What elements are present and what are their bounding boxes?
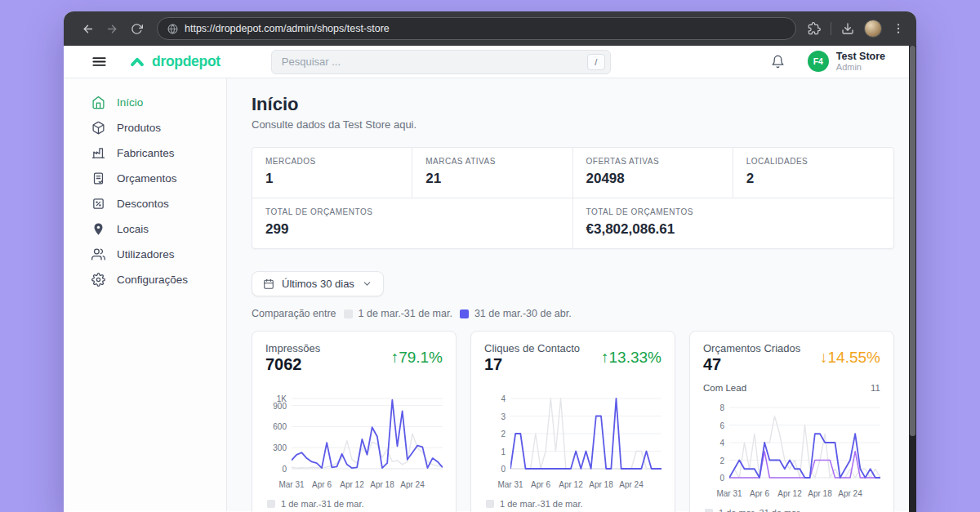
search-shortcut-key: / (587, 54, 605, 70)
legend-item: 1 de mar.-31 de mar. (486, 499, 662, 509)
page-subtitle: Consulte dados da Test Store aqui. (252, 118, 894, 132)
store-avatar: F4 (808, 51, 829, 72)
sidebar-item-configuracoes[interactable]: Configurações (64, 267, 226, 292)
search-input[interactable] (282, 56, 587, 68)
downloads-button[interactable] (841, 22, 854, 35)
global-search: / (271, 50, 611, 74)
url-text: https://dropdepot.com/admin/shops/test-s… (185, 23, 390, 34)
browser-menu-button[interactable] (892, 22, 905, 35)
y-axis: 01234 (484, 395, 506, 474)
main-content: Início Consulte dados da Test Store aqui… (227, 78, 916, 511)
delta-arrow-icon: ↑ (391, 349, 399, 366)
metric-cards: Impressões 7062 ↑79.1% 03006009001K Mar … (252, 331, 894, 512)
globe-icon (167, 24, 178, 34)
metric-label: Cliques de Contacto (484, 342, 580, 354)
factory-icon (91, 146, 105, 160)
x-axis: Mar 31Apr 6Apr 12Apr 18Apr 24 (292, 480, 443, 492)
sidebar-item-orcamentos[interactable]: Orçamentos (64, 166, 226, 191)
stat-total-orcamentos: TOTAL DE ORÇAMENTOS 299 (252, 198, 573, 248)
stat-total-orcamentos-valor: TOTAL DE ORÇAMENTOS €3,802,086.61 (573, 198, 894, 248)
metric-label: Orçamentos Criados (703, 342, 800, 354)
home-icon (91, 96, 105, 109)
delta-arrow-icon: ↓ (820, 349, 828, 366)
chart-plot (729, 404, 880, 483)
page-title: Início (252, 93, 894, 116)
chart-plot (510, 395, 662, 474)
legend-item: 1 de mar.-31 de mar. (267, 499, 443, 509)
metric-value: 47 (703, 355, 800, 374)
calendar-icon (263, 278, 274, 290)
chevron-down-icon (362, 278, 372, 289)
page-content: dropdepot / F4 Test Store Admin (64, 46, 916, 512)
reload-button[interactable] (126, 18, 147, 39)
y-axis: 03006009001K (265, 395, 287, 474)
browser-profile-avatar[interactable] (864, 20, 882, 38)
comparison-period-b: 31 de mar.-30 de abr. (460, 308, 572, 319)
sidebar-item-locais[interactable]: Locais (64, 216, 226, 242)
x-axis: Mar 31Apr 6Apr 12Apr 18Apr 24 (729, 489, 880, 501)
sidebar-item-descontos[interactable]: Descontos (64, 191, 226, 216)
document-check-icon (91, 171, 105, 185)
browser-toolbar: https://dropdepot.com/admin/shops/test-s… (64, 11, 916, 46)
y-axis: 02468 (703, 404, 724, 483)
impressoes-line-chart: 03006009001K Mar 31Apr 6Apr 12Apr 18Apr … (265, 395, 443, 512)
more-vertical-icon (892, 22, 905, 35)
package-icon (91, 121, 105, 135)
brand-logo[interactable]: dropdepot (128, 53, 220, 70)
delta-arrow-icon: ↑ (601, 349, 609, 366)
date-range-selector[interactable]: Últimos 30 dias (252, 271, 384, 296)
toolbar-divider (831, 22, 831, 35)
bell-icon (771, 55, 785, 69)
reload-icon (131, 23, 143, 35)
stat-ofertas-ativas: OFERTAS ATIVAS 20498 (573, 148, 733, 198)
comparison-legend: Comparação entre 1 de mar.-31 de mar. 31… (252, 308, 894, 319)
store-role: Admin (836, 62, 885, 73)
forward-button[interactable] (101, 18, 122, 39)
hamburger-icon (91, 54, 107, 69)
back-button[interactable] (77, 18, 98, 39)
card-cliques-contacto: Cliques de Contacto 17 ↑13.33% 01234 Mar… (470, 331, 675, 512)
chart-legend: 1 de mar.-31 de mar.31 de mar.-30 de abr… (267, 499, 443, 512)
users-icon (91, 247, 105, 261)
com-lead-row: Com Lead 11 (703, 381, 880, 394)
card-impressoes: Impressões 7062 ↑79.1% 03006009001K Mar … (252, 331, 457, 512)
extensions-button[interactable] (808, 22, 821, 35)
map-pin-icon (91, 222, 105, 236)
chart-legend: 1 de mar.-31 de mar.31 de mar.-30 de abr… (486, 499, 662, 512)
metric-label: Impressões (265, 342, 320, 354)
comparison-prefix: Comparação entre (252, 308, 336, 319)
metric-value: 17 (484, 355, 580, 374)
orcamentos-line-chart: 02468 Mar 31Apr 6Apr 12Apr 18Apr 24 1 de… (703, 404, 880, 512)
period-b-swatch (460, 309, 469, 318)
sidebar-item-produtos[interactable]: Produtos (64, 115, 226, 140)
metric-delta: ↑13.33% (601, 349, 662, 367)
chart-plot (292, 395, 443, 474)
metric-delta: ↓14.55% (820, 349, 880, 367)
gear-icon (91, 273, 105, 287)
metric-value: 7062 (265, 355, 320, 374)
x-axis: Mar 31Apr 6Apr 12Apr 18Apr 24 (510, 480, 662, 492)
date-range-label: Últimos 30 dias (282, 278, 354, 290)
download-icon (841, 22, 854, 35)
notifications-button[interactable] (771, 55, 785, 69)
brand-name: dropdepot (152, 53, 220, 70)
brand-chevron-icon (128, 54, 146, 69)
app-header: dropdepot / F4 Test Store Admin (64, 46, 916, 78)
period-a-swatch (344, 309, 353, 318)
page-scrollbar[interactable] (909, 46, 916, 512)
chart-legend: 1 de mar.-31 de mar.31 de mar.-30 de abr… (705, 508, 880, 512)
store-name: Test Store (836, 51, 885, 62)
address-bar[interactable]: https://dropdepot.com/admin/shops/test-s… (157, 17, 796, 40)
sidebar-item-fabricantes[interactable]: Fabricantes (64, 140, 226, 166)
browser-window: https://dropdepot.com/admin/shops/test-s… (64, 11, 916, 512)
sidebar-item-utilizadores[interactable]: Utilizadores (64, 242, 226, 267)
arrow-left-icon (81, 22, 95, 36)
stats-summary: MERCADOS 1 MARCAS ATIVAS 21 OFERTAS ATIV… (252, 147, 894, 249)
account-menu[interactable]: F4 Test Store Admin (808, 51, 885, 73)
sidebar-item-inicio[interactable]: Início (64, 90, 226, 115)
menu-toggle-button[interactable] (91, 54, 107, 69)
stat-mercados: MERCADOS 1 (252, 148, 412, 198)
scrollbar-thumb[interactable] (910, 46, 915, 436)
card-orcamentos-criados: Orçamentos Criados 47 ↓14.55% Com Lead 1… (689, 331, 894, 512)
discount-icon (91, 197, 105, 211)
